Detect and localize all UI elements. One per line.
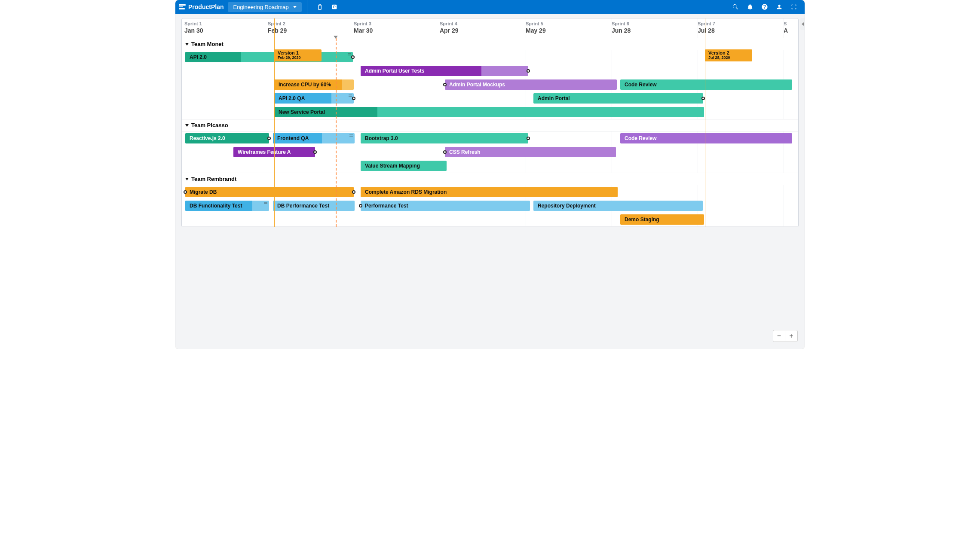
bar-label: Admin Portal Mockups <box>449 82 505 88</box>
lanes: Team MonetVersion 1Feb 29, 2020Version 2… <box>182 38 798 227</box>
fullscreen-icon[interactable] <box>790 3 798 11</box>
sprint-label: Sprint 4 <box>440 21 526 26</box>
sprint-header: Sprint 5May 29 <box>526 18 612 38</box>
sprint-date: Mar 30 <box>354 27 440 34</box>
timeline-bar[interactable]: API 2.0 QA <box>274 93 354 104</box>
timeline-bar[interactable]: Admin Portal User Tests <box>361 66 528 76</box>
timeline-row: Reactive.js 2.0Frontend QABootstrap 3.0C… <box>182 131 798 145</box>
sprint-label: Sprint 6 <box>612 21 698 26</box>
timeline-bar[interactable]: Value Stream Mapping <box>361 161 447 171</box>
sprint-label: Sprint 7 <box>698 21 784 26</box>
dependency-handle-icon[interactable] <box>267 137 271 140</box>
bar-label: DB Performance Test <box>277 203 329 209</box>
timeline-row: Demo Staging <box>182 213 798 226</box>
sprint-header: SA <box>784 18 799 38</box>
chevron-down-icon <box>293 6 297 8</box>
lane-title: Team Picasso <box>191 122 228 128</box>
bar-label: Wireframes Feature A <box>238 149 291 155</box>
sprint-date: May 29 <box>526 27 612 34</box>
timeline-bar[interactable]: Increase CPU by 60% <box>274 79 354 90</box>
timeline-bar[interactable]: API 2.0 <box>185 52 353 62</box>
timeline-bar[interactable]: Code Review <box>620 79 792 90</box>
sprint-label: Sprint 3 <box>354 21 440 26</box>
sprint-header: Sprint 7Jul 28 <box>698 18 784 38</box>
timeline-bar[interactable]: Repository Deployment <box>533 201 703 211</box>
timeline-bar[interactable]: New Service Portal <box>274 107 704 117</box>
timeline-bar[interactable]: Performance Test <box>361 201 530 211</box>
timeline-bar[interactable]: DB Performance Test <box>273 201 355 211</box>
user-icon[interactable] <box>775 3 783 11</box>
roadmap-selector[interactable]: Engineering Roadmap <box>228 2 301 12</box>
timeline-bar[interactable]: Code Review <box>620 133 792 143</box>
timeline-bar[interactable]: CSS Refresh <box>445 147 616 157</box>
svg-text:P: P <box>333 5 336 9</box>
clipboard-icon[interactable] <box>316 3 324 11</box>
bar-label: Performance Test <box>365 203 408 209</box>
dependency-handle-icon[interactable] <box>443 83 447 86</box>
bell-icon[interactable] <box>746 3 754 11</box>
dependency-handle-icon[interactable] <box>527 69 530 73</box>
parking-icon[interactable]: P <box>331 3 338 11</box>
timeline-row: Increase CPU by 60%Admin Portal MockupsC… <box>182 78 798 92</box>
timeline-bar[interactable]: Frontend QA <box>273 133 355 143</box>
logo-icon <box>179 4 186 9</box>
bar-label: Migrate DB <box>190 189 217 195</box>
bar-label: DB Functionality Test <box>190 203 242 209</box>
dependency-handle-icon[interactable] <box>359 204 362 207</box>
dependency-handle-icon[interactable] <box>352 190 355 194</box>
lane-header[interactable]: Team Monet <box>182 38 798 50</box>
timeline-row: New Service Portal <box>182 105 798 119</box>
timeline-bar[interactable]: Wireframes Feature A <box>233 147 315 157</box>
bar-label: Admin Portal <box>538 95 570 101</box>
timeline-bar[interactable]: Admin Portal <box>533 93 703 104</box>
sprint-label: S <box>784 21 799 26</box>
brand-logo[interactable]: ProductPlan <box>179 3 224 10</box>
help-icon[interactable] <box>761 3 769 11</box>
timeline-bar[interactable]: Demo Staging <box>620 214 704 225</box>
bar-label: API 2.0 QA <box>279 95 305 101</box>
timeline-row: Admin Portal User Tests <box>182 64 798 78</box>
timeline-bar[interactable]: Reactive.js 2.0 <box>185 133 269 143</box>
timeline-bar[interactable]: Complete Amazon RDS Migration <box>361 187 618 197</box>
timeline-bar[interactable]: Migrate DB <box>185 187 354 197</box>
timeline-bar[interactable]: DB Functionality Test <box>185 201 269 211</box>
bar-label: Admin Portal User Tests <box>365 68 424 74</box>
zoom-in-button[interactable]: + <box>785 330 797 342</box>
bar-label: Code Review <box>625 82 657 88</box>
zoom-out-button[interactable]: − <box>773 330 785 342</box>
bar-label: Code Review <box>625 135 657 141</box>
dependency-handle-icon[interactable] <box>443 150 447 154</box>
search-icon[interactable] <box>732 3 739 11</box>
timeline-bar[interactable]: Admin Portal Mockups <box>445 79 617 90</box>
bar-label: Complete Amazon RDS Migration <box>365 189 447 195</box>
roadmap-selector-label: Engineering Roadmap <box>233 4 288 10</box>
drag-grip-icon[interactable] <box>349 95 352 97</box>
dependency-handle-icon[interactable] <box>352 97 355 100</box>
dependency-handle-icon[interactable] <box>313 150 317 154</box>
timeline-row: Migrate DBComplete Amazon RDS Migration <box>182 185 798 199</box>
timeline-bar[interactable]: Bootstrap 3.0 <box>361 133 528 143</box>
milestone[interactable]: Version 1Feb 29, 2020 <box>274 49 322 61</box>
dependency-handle-icon[interactable] <box>351 55 355 59</box>
timeline-row: Value Stream Mapping <box>182 159 798 173</box>
bar-label: Repository Deployment <box>538 203 596 209</box>
sprint-header: Sprint 3Mar 30 <box>354 18 440 38</box>
bar-label: Demo Staging <box>625 217 659 223</box>
timeline-row: API 2.0 QAAdmin Portal <box>182 92 798 105</box>
lane-header[interactable]: Team Picasso <box>182 119 798 131</box>
drag-grip-icon[interactable] <box>348 53 351 56</box>
bar-label: CSS Refresh <box>449 149 481 155</box>
dependency-handle-icon[interactable] <box>527 137 530 140</box>
sprint-date: Jun 28 <box>612 27 698 34</box>
milestone[interactable]: Version 2Jul 28, 2020 <box>705 49 752 61</box>
dependency-handle-icon[interactable] <box>184 190 187 194</box>
drag-grip-icon[interactable] <box>264 202 267 204</box>
dependency-handle-icon[interactable] <box>701 97 705 100</box>
drag-grip-icon[interactable] <box>349 134 353 137</box>
sprint-label: Sprint 1 <box>184 21 268 26</box>
collapse-panel-tab[interactable] <box>800 18 805 30</box>
sprint-header: Sprint 1Jan 30 <box>182 18 268 38</box>
timeline[interactable]: Sprint 1Jan 30Sprint 2Feb 29Sprint 3Mar … <box>181 18 799 227</box>
lane-header[interactable]: Team Rembrandt <box>182 173 798 185</box>
chevron-down-icon <box>185 43 189 46</box>
